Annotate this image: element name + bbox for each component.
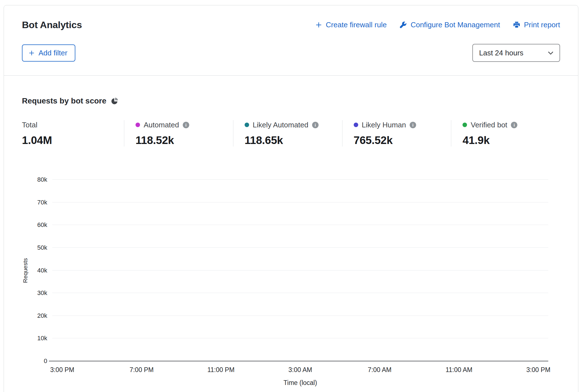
bar-slot: [112, 180, 132, 361]
add-filter-button[interactable]: Add filter: [22, 44, 75, 62]
x-tick-label: 3:00 AM: [288, 366, 312, 374]
stats-row: Total1.04MAutomatedi118.52kLikely Automa…: [22, 120, 560, 147]
time-range-select[interactable]: Last 24 hours: [472, 44, 560, 62]
bar-slot: [152, 180, 172, 361]
stat-value: 118.52k: [136, 134, 233, 147]
x-tick-label: 3:00 PM: [50, 366, 74, 374]
gridline: [52, 316, 548, 316]
create-firewall-rule-link[interactable]: Create firewall rule: [315, 21, 387, 29]
bar-slot: [132, 180, 152, 361]
info-icon[interactable]: i: [410, 122, 416, 128]
requests-chart: Requests Time (local) 010k20k30k40k50k60…: [52, 180, 548, 361]
stat-automated: Automatedi118.52k: [124, 120, 233, 147]
action-label: Configure Bot Management: [410, 21, 500, 29]
x-tick-label: 7:00 AM: [368, 366, 391, 374]
title-row: Bot Analytics Create firewall ruleConfig…: [22, 19, 560, 30]
bar-slot: [529, 180, 549, 361]
action-label: Create firewall rule: [326, 21, 387, 29]
bar-slot: [390, 180, 410, 361]
bar-slot: [270, 180, 290, 361]
bar-slot: [509, 180, 529, 361]
verified-bot-legend-dot: [463, 123, 467, 127]
y-tick-label: 60k: [37, 221, 47, 229]
stat-label-row: Likely Automatedi: [245, 120, 342, 130]
likely-human-legend-dot: [354, 123, 358, 127]
stat-total: Total1.04M: [22, 120, 124, 147]
bar-slot: [409, 180, 429, 361]
time-range-value: Last 24 hours: [479, 49, 524, 57]
x-tick-label: 11:00 AM: [446, 366, 472, 374]
bar-slot: [211, 180, 231, 361]
stat-verified-bot: Verified boti41.9k: [451, 120, 560, 147]
gridline: [52, 179, 548, 180]
section-title: Requests by bot score: [22, 96, 106, 105]
plus-icon: [315, 21, 322, 29]
stat-likely-human: Likely Humani765.52k: [342, 120, 451, 147]
stat-label: Automated: [144, 121, 179, 129]
bar-slot: [290, 180, 310, 361]
bar-slot: [330, 180, 350, 361]
x-tick-label: 7:00 PM: [130, 366, 154, 374]
bar-slot: [489, 180, 509, 361]
bar-slot: [350, 180, 370, 361]
plus-icon: [28, 49, 35, 57]
zero-tick: [49, 361, 52, 361]
filter-row: Add filter Last 24 hours: [22, 44, 560, 62]
y-axis-title: Requests: [22, 258, 29, 283]
add-filter-label: Add filter: [39, 49, 67, 57]
info-icon[interactable]: i: [312, 122, 319, 128]
stat-label: Total: [22, 121, 37, 129]
bot-analytics-card: Bot Analytics Create firewall ruleConfig…: [4, 5, 578, 392]
bar-slot: [469, 180, 489, 361]
gridline: [52, 202, 548, 202]
y-tick-label: 70k: [37, 199, 47, 206]
info-icon[interactable]: i: [511, 122, 517, 128]
bar-slot: [92, 180, 112, 361]
bar-slot: [171, 180, 191, 361]
stat-label-row: Automatedi: [136, 120, 233, 130]
bar-slot: [191, 180, 211, 361]
action-label: Print report: [524, 21, 560, 29]
x-axis-line: [52, 361, 548, 361]
bar-slot: [310, 180, 330, 361]
gridline: [52, 338, 548, 338]
stat-label: Likely Human: [362, 121, 406, 129]
automated-legend-dot: [136, 123, 140, 127]
bar-slot: [370, 180, 390, 361]
analytics-section: Requests by bot score Total1.04MAutomate…: [4, 75, 578, 361]
wrench-icon: [400, 21, 407, 29]
print-report-link[interactable]: Print report: [513, 21, 560, 29]
y-tick-label: 50k: [37, 244, 47, 251]
bar-slot: [72, 180, 92, 361]
stat-value: 118.65k: [245, 134, 342, 147]
y-tick-label: 0: [44, 357, 47, 365]
bar-slot: [231, 180, 251, 361]
stat-value: 41.9k: [463, 134, 560, 147]
stat-label: Verified bot: [471, 121, 507, 129]
gridline: [52, 293, 548, 293]
header-actions: Create firewall ruleConfigure Bot Manage…: [315, 21, 560, 29]
y-tick-label: 80k: [37, 176, 47, 183]
gridline: [52, 270, 548, 271]
stat-label-row: Likely Humani: [354, 120, 451, 130]
section-title-row: Requests by bot score: [22, 96, 560, 105]
y-tick-label: 10k: [37, 335, 47, 342]
bar-slot: [52, 180, 72, 361]
chart-bars: [52, 180, 548, 361]
bar-slot: [251, 180, 271, 361]
stat-likely-automated: Likely Automatedi118.65k: [233, 120, 342, 147]
printer-icon: [513, 21, 520, 29]
bar-slot: [449, 180, 469, 361]
x-tick-label: 11:00 PM: [207, 366, 234, 374]
y-tick-label: 40k: [37, 267, 47, 274]
gridline: [52, 225, 548, 225]
bar-slot: [429, 180, 449, 361]
pie-chart-icon: [111, 97, 118, 105]
stat-value: 765.52k: [354, 134, 451, 147]
y-tick-label: 30k: [37, 289, 47, 297]
configure-bot-management-link[interactable]: Configure Bot Management: [400, 21, 500, 29]
stat-label-row: Total: [22, 120, 124, 130]
x-tick-label: 3:00 PM: [526, 366, 551, 374]
likely-automated-legend-dot: [245, 123, 249, 127]
info-icon[interactable]: i: [183, 122, 189, 128]
